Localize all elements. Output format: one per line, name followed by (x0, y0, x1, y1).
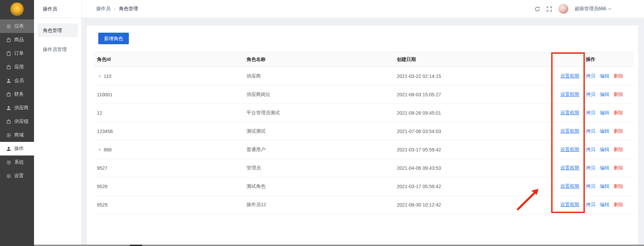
edit-link[interactable]: 编辑 (600, 202, 609, 207)
role-name: 平台管理员测试 (243, 104, 393, 122)
delete-link[interactable]: 删除 (614, 165, 623, 170)
set-permission-link[interactable]: 设置权限 (560, 128, 579, 134)
set-permission-link[interactable]: 设置权限 (560, 147, 579, 152)
horizontal-scrollbar (34, 245, 644, 246)
copy-link[interactable]: 拷贝 (586, 202, 595, 207)
delete-link[interactable]: 删除 (614, 128, 623, 134)
table-row: 123456 测试测试 2021-07-06 03:54:03 设置权限 拷贝 … (94, 122, 633, 141)
logo-wrap (0, 0, 34, 18)
set-permission-link[interactable]: 设置权限 (560, 110, 579, 115)
created-date: 2021-03-17 05:59:42 (393, 141, 557, 159)
role-id: 9527 (97, 165, 107, 171)
col-header-actions: 操作 (582, 52, 633, 67)
set-permission-link[interactable]: 设置权限 (560, 183, 579, 189)
breadcrumb: 操作员 › 角色管理 (96, 6, 138, 12)
role-name: 供应商 (243, 67, 393, 85)
col-header-role-name: 角色名称 (243, 52, 393, 67)
set-permission-link[interactable]: 设置权限 (560, 202, 579, 207)
edit-link[interactable]: 编辑 (600, 128, 609, 134)
refresh-icon[interactable] (535, 6, 540, 12)
sidebar-item-system[interactable]: 系统 (0, 155, 34, 169)
edit-link[interactable]: 编辑 (600, 110, 609, 115)
user-avatar[interactable] (558, 4, 569, 14)
set-permission-link[interactable]: 设置权限 (560, 92, 579, 97)
expand-chevron-icon[interactable] (97, 73, 102, 79)
sidebar-item-goods[interactable]: 商品 (0, 33, 34, 47)
fullscreen-icon[interactable] (546, 6, 552, 12)
edit-link[interactable]: 编辑 (600, 92, 609, 97)
submenu-title: 操作员 (34, 0, 81, 18)
app-logo (10, 2, 24, 16)
copy-link[interactable]: 拷贝 (586, 165, 595, 170)
sidebar-item-label: 设置 (14, 173, 24, 179)
sidebar-item-label: 系统 (14, 159, 24, 165)
bag-icon (6, 65, 11, 70)
table-row: 110001 供应商岗位 2021-08-03 15:05:27 设置权限 拷贝… (94, 85, 633, 104)
sidebar-item-label: 操作 (14, 146, 24, 152)
table-row: 9529 操作员12 2021-08-30 10:12:42 设置权限 拷贝 编… (94, 196, 633, 214)
set-permission-link[interactable]: 设置权限 (560, 165, 579, 170)
edit-link[interactable]: 编辑 (600, 147, 609, 152)
created-date: 2021-07-06 03:54:03 (393, 122, 557, 141)
sidebar-item-apps[interactable]: 应用 (0, 60, 34, 74)
delete-link[interactable]: 删除 (614, 92, 623, 97)
copy-link[interactable]: 拷贝 (586, 92, 595, 97)
expand-chevron-icon[interactable] (97, 147, 102, 152)
col-header-role-id: 角色id (94, 52, 243, 67)
role-id: 110001 (97, 92, 113, 97)
set-permission-link[interactable]: 设置权限 (560, 73, 579, 79)
copy-link[interactable]: 拷贝 (586, 73, 595, 79)
delete-link[interactable]: 删除 (614, 202, 623, 207)
sidebar-item-dashboard[interactable]: 仪表 (0, 19, 34, 33)
sidebar-item-label: 订单 (14, 50, 24, 56)
user-menu[interactable]: 超级管理员666 (575, 6, 612, 12)
role-name: 普通用户 (243, 141, 393, 159)
edit-link[interactable]: 编辑 (600, 183, 609, 189)
topbar: 操作员 › 角色管理 超级管理员666 (82, 0, 644, 18)
breadcrumb-operator[interactable]: 操作员 (96, 6, 111, 12)
role-id: 110 (104, 73, 111, 79)
primary-sidebar: 仪表 商品 订单 应用 会员 财务 (0, 0, 34, 246)
sidebar-item-operations[interactable]: 操作 (0, 142, 34, 155)
sidebar-item-label: 财务 (14, 91, 24, 97)
add-role-button[interactable]: 新增角色 (98, 33, 129, 44)
sidebar-item-finance[interactable]: 财务 (0, 87, 34, 101)
sidebar-item-label: 商品 (14, 37, 24, 43)
copy-link[interactable]: 拷贝 (586, 183, 595, 189)
copy-link[interactable]: 拷贝 (586, 147, 595, 152)
sidebar-item-members[interactable]: 会员 (0, 74, 34, 87)
person-icon (6, 146, 11, 151)
role-name: 供应商岗位 (243, 85, 393, 104)
sidebar-item-orders[interactable]: 订单 (0, 47, 34, 60)
submenu-item-operator-management[interactable]: 操作员管理 (37, 43, 78, 56)
breadcrumb-role-management[interactable]: 角色管理 (119, 6, 138, 12)
table-row: 110 供应商 2021-03-22 02:14:15 设置权限 拷贝 编辑 删… (94, 67, 633, 85)
copy-link[interactable]: 拷贝 (586, 110, 595, 115)
sidebar-item-settings[interactable]: 设置 (0, 169, 34, 183)
delete-link[interactable]: 删除 (614, 183, 623, 189)
sidebar-item-suppliers[interactable]: 供应商 (0, 101, 34, 115)
sidebar-item-label: 供应链 (14, 118, 29, 125)
primary-nav: 仪表 商品 订单 应用 会员 财务 (0, 19, 34, 183)
admin-page: 仪表 商品 订单 应用 会员 财务 (0, 0, 644, 246)
gear-icon (6, 174, 11, 179)
delete-link[interactable]: 删除 (614, 110, 623, 115)
horizontal-scrollbar-thumb[interactable] (130, 245, 142, 246)
submenu-item-role-management[interactable]: 角色管理 (37, 23, 78, 37)
role-name: 操作员12 (243, 196, 393, 214)
created-date: 2021-08-26 09:45:01 (393, 104, 557, 122)
role-id: 123456 (97, 129, 113, 134)
bag-icon (6, 37, 11, 43)
role-name: 测试测试 (243, 122, 393, 141)
sidebar-item-supply-chain[interactable]: 供应链 (0, 115, 34, 128)
delete-link[interactable]: 删除 (614, 73, 623, 79)
delete-link[interactable]: 删除 (614, 147, 623, 152)
edit-link[interactable]: 编辑 (600, 165, 609, 170)
sidebar-item-label: 会员 (14, 78, 24, 84)
table-row: 9528 测试角色 2021-03-17 05:59:42 设置权限 拷贝 编辑… (94, 177, 633, 196)
sidebar-item-label: 仪表 (14, 23, 24, 29)
copy-link[interactable]: 拷贝 (586, 128, 595, 134)
edit-link[interactable]: 编辑 (600, 73, 609, 79)
role-id: 9529 (97, 202, 107, 208)
sidebar-item-mall[interactable]: 商城 (0, 128, 34, 142)
